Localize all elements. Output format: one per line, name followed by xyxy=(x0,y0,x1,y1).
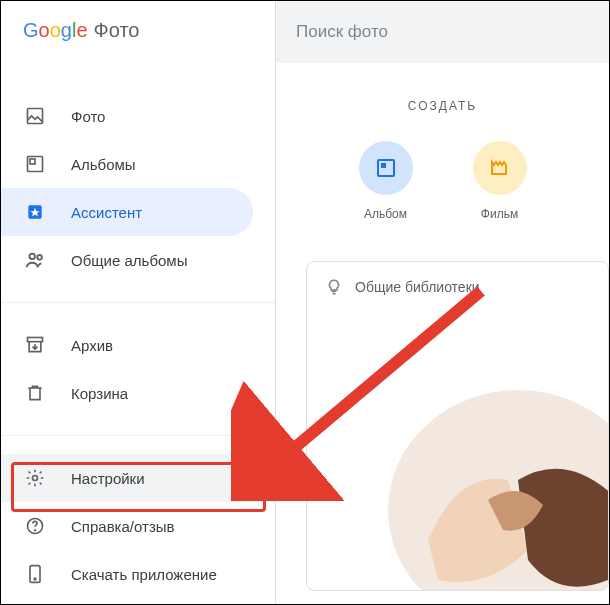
photo-icon xyxy=(23,104,47,128)
nav-label: Ассистент xyxy=(71,204,142,221)
create-section: СОЗДАТЬ Альбом Фильм xyxy=(276,63,609,221)
nav-label: Альбомы xyxy=(71,156,136,173)
svg-point-10 xyxy=(35,530,36,531)
nav-label: Корзина xyxy=(71,385,128,402)
svg-point-6 xyxy=(37,255,42,260)
svg-point-5 xyxy=(30,254,36,260)
create-title: СОЗДАТЬ xyxy=(276,99,609,113)
nav-settings[interactable]: Настройки xyxy=(1,454,275,502)
nav-albums[interactable]: Альбомы xyxy=(1,140,253,188)
nav-shared[interactable]: Общие альбомы xyxy=(1,236,253,284)
nav-assistant[interactable]: Ассистент xyxy=(1,188,253,236)
nav-list: Фото Альбомы Ассистент Общие альбомы xyxy=(1,62,275,598)
nav-label: Фото xyxy=(71,108,105,125)
nav-label: Общие альбомы xyxy=(71,252,187,269)
help-icon xyxy=(23,514,47,538)
svg-point-12 xyxy=(34,578,36,580)
svg-point-8 xyxy=(33,476,38,481)
divider xyxy=(1,302,275,303)
assistant-icon xyxy=(23,200,47,224)
search-input[interactable]: Поиск фото xyxy=(276,1,609,63)
shared-libraries-card[interactable]: Общие библиотеки xyxy=(306,261,609,591)
divider xyxy=(1,435,275,436)
nav-label: Архив xyxy=(71,337,113,354)
search-placeholder: Поиск фото xyxy=(296,22,388,42)
movie-icon xyxy=(473,141,527,195)
nav-help[interactable]: Справка/отзыв xyxy=(1,502,253,550)
people-icon xyxy=(23,248,47,272)
product-name: Фото xyxy=(94,19,140,42)
google-logo: Google xyxy=(23,19,88,42)
create-label: Фильм xyxy=(481,207,518,221)
bulb-icon xyxy=(325,278,343,296)
trash-icon xyxy=(23,381,47,405)
card-title: Общие библиотеки xyxy=(355,279,480,295)
nav-download[interactable]: Скачать приложение xyxy=(1,550,253,598)
svg-rect-7 xyxy=(28,338,43,342)
sidebar: Google Фото Фото Альбомы Ассистент xyxy=(1,1,276,604)
nav-archive[interactable]: Архив xyxy=(1,321,253,369)
nav-photos[interactable]: Фото xyxy=(1,92,253,140)
nav-trash[interactable]: Корзина xyxy=(1,369,253,417)
logo[interactable]: Google Фото xyxy=(1,1,275,62)
create-label: Альбом xyxy=(364,207,407,221)
gear-icon xyxy=(23,466,47,490)
album-icon xyxy=(359,141,413,195)
nav-label: Настройки xyxy=(71,470,145,487)
nav-label: Справка/отзыв xyxy=(71,518,175,535)
download-icon xyxy=(23,562,47,586)
main-content: Поиск фото СОЗДАТЬ Альбом Фильм Общи xyxy=(276,1,609,604)
svg-rect-0 xyxy=(28,109,43,124)
archive-icon xyxy=(23,333,47,357)
nav-label: Скачать приложение xyxy=(71,566,217,583)
svg-rect-14 xyxy=(381,163,386,168)
hands-illustration xyxy=(368,350,609,591)
create-movie[interactable]: Фильм xyxy=(473,141,527,221)
create-album[interactable]: Альбом xyxy=(359,141,413,221)
albums-icon xyxy=(23,152,47,176)
svg-rect-2 xyxy=(30,159,35,164)
